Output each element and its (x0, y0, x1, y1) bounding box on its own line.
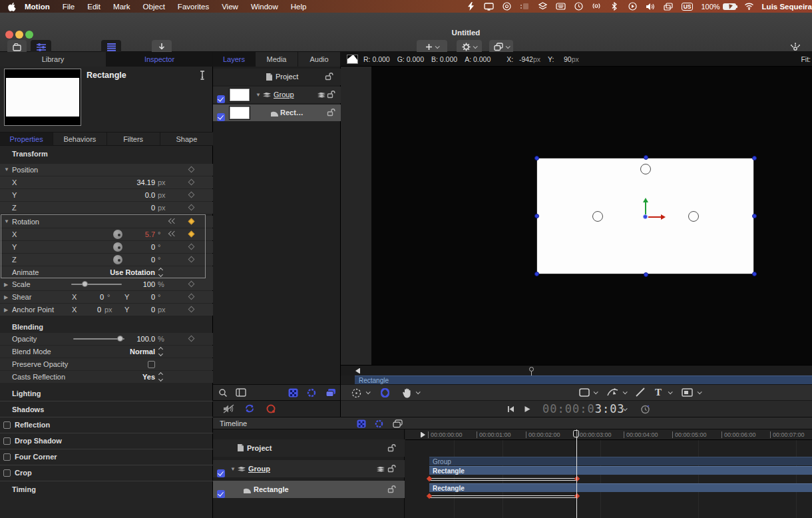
tab-inspector[interactable]: Inspector (106, 52, 213, 67)
layer-row-group[interactable]: ▼ Group (213, 87, 341, 103)
anchor-point-handle[interactable] (643, 214, 648, 219)
position-x-value[interactable]: 34.19 (108, 178, 155, 186)
pin-icon[interactable] (198, 71, 206, 81)
mini-timeline[interactable] (341, 365, 812, 376)
window-dim-icon[interactable] (520, 1, 530, 11)
image-mask-tool[interactable] (682, 388, 693, 397)
wifi-icon[interactable] (744, 1, 754, 11)
lock-icon[interactable] (327, 90, 335, 99)
behaviors-toggle-icon[interactable] (307, 388, 316, 397)
mirroring-icon[interactable] (664, 1, 674, 11)
menu-view[interactable]: View (222, 3, 238, 11)
text-tool[interactable]: T (655, 387, 662, 398)
scale-slider[interactable] (71, 284, 122, 285)
lock-icon[interactable] (325, 72, 333, 81)
blend-mode-popup[interactable]: Normal (108, 348, 155, 356)
play-button[interactable] (524, 405, 531, 413)
selection-handle[interactable] (644, 272, 648, 277)
shear-x-value[interactable]: 0 (79, 293, 104, 301)
masks-toggle-icon[interactable] (393, 419, 403, 428)
selection-handle[interactable] (534, 214, 539, 218)
keyframe-diamond-red-icon[interactable] (427, 493, 432, 499)
keyframe-diamond-red-icon[interactable] (574, 476, 580, 481)
layers-stack-icon[interactable] (317, 92, 326, 99)
scale-value[interactable]: 100 (128, 280, 155, 288)
tab-properties[interactable]: Properties (0, 132, 53, 145)
keyframe-diamond-icon[interactable] (188, 244, 195, 250)
keyframe-diamond-active-icon[interactable] (188, 218, 195, 225)
position-z-value[interactable]: 0 (108, 204, 155, 212)
behaviors-toggle-icon[interactable] (375, 419, 383, 428)
position-y-value[interactable]: 0.0 (108, 191, 155, 199)
zoom-window-button[interactable] (25, 31, 33, 39)
keyframe-diamond-icon[interactable] (188, 192, 195, 198)
group-visibility-checkbox[interactable] (217, 95, 225, 103)
menu-object[interactable]: Object (143, 3, 165, 11)
selection-handle[interactable] (534, 156, 539, 160)
disclosure-triangle-icon[interactable]: ▼ (256, 92, 261, 98)
keyframe-diamond-red-icon[interactable] (574, 493, 580, 499)
rectangle-visibility-checkbox[interactable] (217, 113, 225, 121)
timeline-tracks[interactable]: Group Rectangle Rectangle (405, 429, 812, 518)
menu-favorites[interactable]: Favorites (178, 3, 209, 11)
timeline-row-project[interactable]: Project (213, 439, 405, 457)
menu-mark[interactable]: Mark (113, 3, 130, 11)
minimize-window-button[interactable] (15, 31, 23, 39)
keyframe-diamond-icon[interactable] (188, 179, 195, 186)
keyframe-track[interactable] (429, 478, 577, 481)
opacity-slider[interactable] (73, 338, 124, 340)
timeline-playhead[interactable] (576, 429, 577, 518)
group-visibility-checkbox[interactable] (217, 469, 225, 477)
keyframe-diamond-icon[interactable] (188, 294, 195, 300)
input-source-badge[interactable]: US (682, 3, 694, 11)
menu-edit[interactable]: Edit (87, 3, 101, 11)
paint-stroke-tool[interactable] (635, 387, 646, 397)
lock-icon[interactable] (387, 443, 396, 452)
chevron-down-icon[interactable] (698, 389, 702, 394)
battery-indicator[interactable]: 100% (701, 3, 735, 11)
keyframe-diamond-icon[interactable] (188, 256, 195, 263)
audio-mute-icon[interactable] (223, 404, 235, 413)
preserve-opacity-checkbox[interactable] (148, 361, 155, 368)
timeline-row-group[interactable]: ▼ Group (213, 460, 405, 477)
tab-media[interactable]: Media (256, 52, 298, 67)
drop-shadow-checkbox[interactable] (3, 437, 11, 445)
selection-handle[interactable] (752, 272, 757, 276)
tab-layers[interactable]: Layers (213, 52, 256, 67)
close-window-button[interactable] (5, 31, 13, 39)
timeline-row-rectangle-selected[interactable]: Rectangle (213, 481, 405, 498)
four-corner-checkbox[interactable] (3, 453, 11, 461)
menu-file[interactable]: File (63, 3, 75, 11)
keyframe-diamond-icon[interactable] (188, 204, 195, 211)
stack-icon[interactable] (538, 1, 548, 11)
menu-help[interactable]: Help (291, 3, 307, 11)
volume-icon[interactable] (646, 1, 656, 11)
x-axis-arrow[interactable] (648, 216, 662, 218)
search-icon[interactable] (218, 388, 228, 397)
lock-icon[interactable] (387, 464, 396, 473)
crop-checkbox[interactable] (3, 469, 11, 477)
selection-handle[interactable] (752, 156, 757, 160)
timeline-ruler[interactable]: 00:00:00:00 00:00:01:00 00:00:02:00 00:0… (405, 429, 812, 440)
chevron-down-icon[interactable] (594, 389, 598, 394)
disclosure-triangle-icon[interactable]: ▼ (230, 466, 236, 472)
lock-icon[interactable] (387, 485, 396, 493)
filters-toggle-icon[interactable] (288, 388, 298, 397)
timecode-display[interactable]: 00:00:03:03 (542, 402, 625, 415)
layer-row-project[interactable]: Project (213, 69, 341, 85)
canvas[interactable] (341, 67, 812, 365)
3d-transform-tool[interactable] (379, 388, 391, 398)
keyframe-diamond-icon[interactable] (188, 336, 195, 342)
chevron-down-icon[interactable] (623, 389, 628, 394)
opacity-value[interactable]: 100.0 (128, 335, 155, 343)
display-icon[interactable] (484, 1, 494, 11)
menu-motion[interactable]: Motion (25, 3, 50, 11)
anchor-x-value[interactable]: 0 (76, 306, 101, 314)
info-circle-icon[interactable] (502, 1, 512, 11)
clock-icon[interactable] (574, 1, 584, 11)
tab-library[interactable]: Library (0, 52, 106, 67)
y-axis-arrow[interactable] (645, 202, 646, 214)
timeline-playhead-pin[interactable] (573, 430, 579, 437)
airdrop-icon[interactable] (592, 1, 602, 11)
keyframe-diamond-icon[interactable] (188, 281, 195, 288)
